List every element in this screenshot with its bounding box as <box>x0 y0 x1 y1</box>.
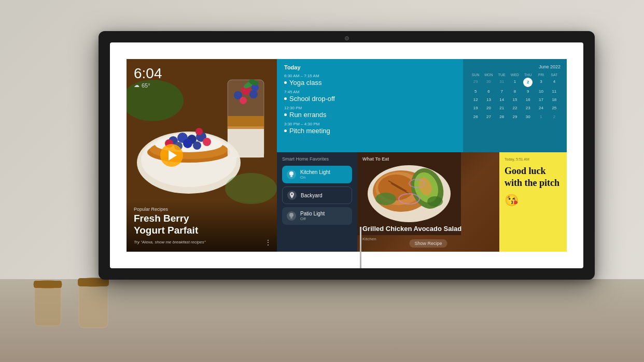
event-name-1: School drop-off <box>284 95 456 103</box>
cal-day-8: 8 <box>509 88 521 95</box>
event-name-3: Pitch meeting <box>284 127 456 135</box>
svg-point-20 <box>193 141 201 150</box>
patio-light-name: Patio Light <box>300 211 347 216</box>
cal-day-3: 3 <box>535 78 547 87</box>
device-frame: 6:04 ☁ 65° Popular Recipes <box>99 31 595 280</box>
smart-home-header: Smart Home Favorites <box>282 156 352 162</box>
event-dot-0 <box>284 81 287 84</box>
cal-day-4: 4 <box>548 78 561 87</box>
patio-light-info: Patio Light Off <box>300 211 347 221</box>
smart-home-panel: Smart Home Favorites <box>277 152 357 252</box>
sticky-emoji: 😘 <box>505 194 562 207</box>
cal-day-14: 14 <box>496 96 508 104</box>
jar-2 <box>72 274 116 336</box>
cal-day-17: 17 <box>535 96 547 104</box>
frame-mat: 6:04 ☁ 65° Popular Recipes <box>110 42 583 268</box>
event-time-3: 3:30 PM – 4:30 PM <box>284 122 456 126</box>
kitchen-light-name: Kitchen Light <box>300 169 347 175</box>
svg-rect-25 <box>228 126 264 157</box>
cal-day-25: 25 <box>548 104 561 112</box>
cal-day-15: 15 <box>509 96 521 104</box>
cal-day-13: 13 <box>482 96 495 104</box>
svg-point-30 <box>240 97 247 104</box>
cal-day-6: 6 <box>482 88 495 95</box>
bottom-section: Smart Home Favorites <box>277 152 567 252</box>
recipe-title: Fresh Berry Yogurt Parfait <box>134 213 270 237</box>
light-on-icon <box>287 170 296 179</box>
svg-point-22 <box>203 138 211 146</box>
clock-time: 6:04 <box>134 66 162 81</box>
cal-day-22: 22 <box>509 104 521 112</box>
cal-header-mon: MON <box>482 73 495 77</box>
shelf <box>0 279 644 362</box>
sticky-note-panel: Today, 5:51 AM Good luck with the pitch … <box>499 152 567 252</box>
event-time-0: 6:30 AM – 7:15 AM <box>284 74 456 78</box>
cal-day-12: 12 <box>469 96 482 104</box>
svg-point-53 <box>427 196 443 207</box>
backyard-button[interactable]: Backyard <box>282 186 352 204</box>
cal-day-30-prev: 30 <box>482 78 495 87</box>
backyard-info: Backyard <box>301 193 347 198</box>
cal-day-16: 16 <box>522 96 534 104</box>
cal-header-tue: TUE <box>496 73 508 77</box>
event-name-0: Yoga class <box>284 79 456 86</box>
recipe-overlay: Popular Recipes Fresh Berry Yogurt Parfa… <box>127 200 277 252</box>
event-dot-3 <box>284 129 287 132</box>
cal-day-1-next: 1 <box>535 113 547 121</box>
recipe-label: Popular Recipes <box>134 207 270 212</box>
svg-rect-26 <box>228 116 264 129</box>
kitchen-light-info: Kitchen Light On <box>300 169 347 180</box>
food-panel: What To Eat Grilled Chicken Avocado Sala… <box>357 152 499 252</box>
cal-header-wed: WED <box>509 73 521 77</box>
svg-point-19 <box>183 139 192 148</box>
sticky-text: Good luck with the pitch <box>505 165 562 190</box>
cal-day-30: 30 <box>522 113 534 121</box>
patio-light-status: Off <box>300 216 347 221</box>
event-item-0: 6:30 AM – 7:15 AM Yoga class <box>284 74 456 86</box>
more-options-icon[interactable]: ⋮ <box>264 238 272 247</box>
light-off-icon <box>287 211 296 221</box>
svg-rect-39 <box>290 217 292 219</box>
cal-day-20: 20 <box>482 104 495 112</box>
event-dot-1 <box>284 97 287 100</box>
cal-header-fri: FRI <box>535 73 547 77</box>
food-subtitle: Kitchen <box>362 237 376 241</box>
event-time-1: 7:45 AM <box>284 90 456 94</box>
sticky-timestamp: Today, 5:51 AM <box>505 157 562 161</box>
cal-day-5: 5 <box>469 88 482 95</box>
wall: 6:04 ☁ 65° Popular Recipes <box>0 0 644 362</box>
recipe-background: 6:04 ☁ 65° Popular Recipes <box>127 59 277 252</box>
svg-rect-37 <box>290 176 292 177</box>
event-item-1: 7:45 AM School drop-off <box>284 90 456 103</box>
svg-rect-1 <box>35 284 61 326</box>
cal-day-23: 23 <box>522 104 534 112</box>
clock-overlay: 6:04 ☁ 65° <box>134 66 162 89</box>
cal-day-7: 7 <box>496 88 508 95</box>
svg-rect-3 <box>34 281 62 288</box>
cal-day-24: 24 <box>535 104 547 112</box>
cal-day-2-today[interactable]: 2 <box>523 78 533 87</box>
svg-point-36 <box>289 171 293 176</box>
recipe-hint: Try "Alexa, show me breakfast recipes" <box>134 240 270 244</box>
event-time-2: 12:30 PM <box>284 106 456 110</box>
show-recipe-button[interactable]: Show Recipe <box>409 239 447 248</box>
cal-day-29: 29 <box>509 113 521 121</box>
temperature: 65° <box>142 82 150 89</box>
cal-day-10: 10 <box>535 88 547 95</box>
kitchen-light-button[interactable]: Kitchen Light On <box>282 166 352 183</box>
play-icon <box>169 150 177 161</box>
right-panel: Today 6:30 AM – 7:15 AM Yoga class 7:45 … <box>277 59 567 252</box>
play-button[interactable] <box>160 144 183 167</box>
top-section: Today 6:30 AM – 7:15 AM Yoga class 7:45 … <box>277 59 567 152</box>
cal-day-29-prev: 29 <box>469 78 482 87</box>
weather-icon: ☁ <box>134 82 139 89</box>
cal-day-27: 27 <box>482 113 495 121</box>
camera-dot <box>345 36 349 40</box>
cal-day-28: 28 <box>496 113 508 121</box>
cal-day-26: 26 <box>469 113 482 121</box>
cal-header-sat: SAT <box>548 73 561 77</box>
patio-light-button[interactable]: Patio Light Off <box>282 207 352 225</box>
svg-point-38 <box>289 213 293 217</box>
food-panel-header: What To Eat <box>362 156 389 162</box>
power-cord <box>360 227 361 268</box>
